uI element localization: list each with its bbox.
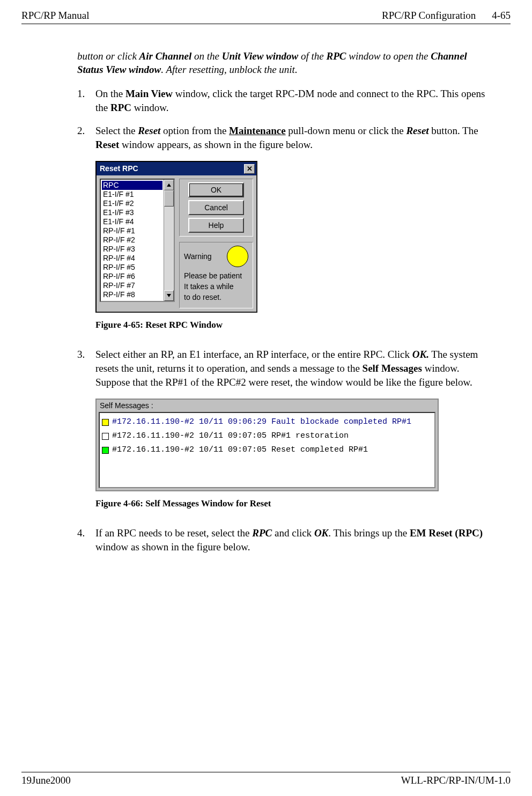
- self-messages-title: Self Messages :: [97, 400, 438, 412]
- close-icon[interactable]: ✕: [244, 164, 255, 174]
- header-page-num: 4-65: [492, 9, 511, 23]
- step-number: 2.: [77, 124, 95, 151]
- reset-rpc-window: Reset RPC ✕ RPC E1-I/F #1 E1-I/F #2 E1-I…: [95, 161, 257, 313]
- scrollbar[interactable]: [164, 180, 174, 301]
- message-text: #172.16.11.190-#2 10/11 09:07:05 Reset c…: [112, 443, 368, 457]
- footer-date: 19June2000: [21, 773, 71, 787]
- reset-target-listbox[interactable]: RPC E1-I/F #1 E1-I/F #2 E1-I/F #3 E1-I/F…: [100, 179, 175, 302]
- step-2: 2. Select the Reset option from the Main…: [77, 124, 489, 151]
- step-number: 3.: [77, 348, 95, 389]
- warning-line: Please be patient: [184, 270, 248, 281]
- warning-panel: Warning Please be patient It takes a whi…: [179, 242, 253, 308]
- scroll-thumb[interactable]: [164, 190, 174, 207]
- list-item[interactable]: RPC: [102, 181, 162, 190]
- warning-line: to do reset.: [184, 292, 248, 303]
- page-footer: 19June2000 WLL-RPC/RP-IN/UM-1.0: [21, 772, 511, 787]
- message-row: #172.16.11.190-#2 10/11 09:06:29 Fault b…: [101, 415, 433, 429]
- figure-reset-rpc: Reset RPC ✕ RPC E1-I/F #1 E1-I/F #2 E1-I…: [95, 161, 489, 331]
- list-item[interactable]: RP-I/F #3: [102, 245, 162, 254]
- status-dot-icon: [102, 447, 109, 454]
- message-row: #172.16.11.190-#2 10/11 09:07:05 Reset c…: [101, 443, 433, 457]
- list-item[interactable]: RP-I/F #8: [102, 290, 162, 299]
- intro-paragraph: button or click Air Channel on the Unit …: [77, 49, 489, 77]
- warning-icon: [227, 246, 248, 267]
- list-item[interactable]: RP #1: [102, 299, 162, 301]
- step-4: 4. If an RPC needs to be reset, select t…: [77, 526, 489, 554]
- figure-caption: Figure 4-65: Reset RPC Window: [95, 319, 489, 331]
- figure-caption: Figure 4-66: Self Messages Window for Re…: [95, 498, 489, 510]
- page-header: RPC/RP Manual RPC/RP Configuration 4-65: [21, 9, 511, 24]
- list-item[interactable]: E1-I/F #4: [102, 217, 162, 226]
- footer-docid: WLL-RPC/RP-IN/UM-1.0: [401, 773, 511, 787]
- figure-self-messages: Self Messages : #172.16.11.190-#2 10/11 …: [95, 399, 489, 510]
- warning-label: Warning: [184, 251, 212, 262]
- status-dot-icon: [102, 419, 109, 426]
- help-button[interactable]: Help: [188, 218, 244, 233]
- button-group: OK Cancel Help: [179, 179, 253, 237]
- message-row: #172.16.11.190-#2 10/11 09:07:05 RP#1 re…: [101, 429, 433, 443]
- message-text: #172.16.11.190-#2 10/11 09:06:29 Fault b…: [112, 415, 411, 429]
- list-item[interactable]: RP-I/F #6: [102, 272, 162, 281]
- list-item[interactable]: E1-I/F #3: [102, 208, 162, 217]
- scroll-down-icon[interactable]: [164, 290, 174, 301]
- message-text: #172.16.11.190-#2 10/11 09:07:05 RP#1 re…: [112, 429, 349, 443]
- svg-marker-0: [167, 183, 171, 187]
- step-3: 3. Select either an RP, an E1 interface,…: [77, 348, 489, 389]
- header-section: RPC/RP Configuration: [382, 9, 476, 23]
- list-item[interactable]: E1-I/F #2: [102, 199, 162, 208]
- header-left: RPC/RP Manual: [21, 9, 90, 23]
- list-item[interactable]: RP-I/F #7: [102, 281, 162, 290]
- ok-button[interactable]: OK: [188, 182, 244, 197]
- list-item[interactable]: RP-I/F #1: [102, 226, 162, 235]
- list-item[interactable]: RP-I/F #4: [102, 254, 162, 263]
- step-1: 1. On the Main View window, click the ta…: [77, 87, 489, 114]
- status-dot-icon: [102, 433, 109, 440]
- svg-marker-1: [167, 294, 171, 297]
- list-item[interactable]: RP-I/F #2: [102, 235, 162, 245]
- window-title: Reset RPC: [100, 164, 138, 174]
- list-item[interactable]: E1-I/F #1: [102, 190, 162, 199]
- warning-line: It takes a while: [184, 281, 248, 292]
- step-number: 1.: [77, 87, 95, 114]
- cancel-button[interactable]: Cancel: [188, 200, 244, 215]
- step-number: 4.: [77, 526, 95, 554]
- message-list[interactable]: #172.16.11.190-#2 10/11 09:06:29 Fault b…: [99, 412, 435, 488]
- self-messages-window: Self Messages : #172.16.11.190-#2 10/11 …: [95, 399, 439, 491]
- scroll-up-icon[interactable]: [164, 180, 174, 190]
- list-item[interactable]: RP-I/F #5: [102, 263, 162, 272]
